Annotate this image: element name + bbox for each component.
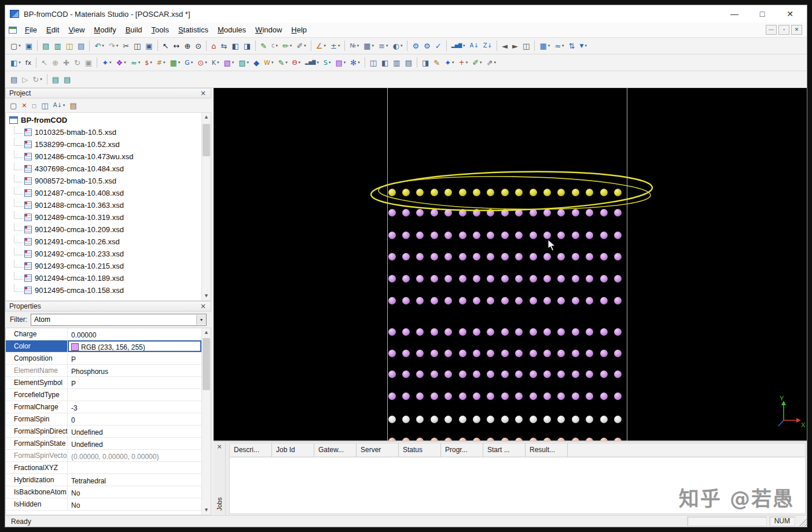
atom-purple[interactable] xyxy=(530,209,537,217)
add-button[interactable]: +▾ xyxy=(457,56,471,69)
mdi-close-button[interactable]: ✕ xyxy=(791,25,802,35)
atom-purple[interactable] xyxy=(543,209,551,217)
atom-purple[interactable] xyxy=(402,209,410,217)
atom-salmon[interactable] xyxy=(543,438,551,441)
atom-yellow[interactable] xyxy=(459,189,466,196)
atom-purple[interactable] xyxy=(515,209,523,217)
property-row[interactable]: FormalSpinStateUndefined xyxy=(6,438,201,450)
atom-yellow[interactable] xyxy=(431,189,438,196)
atom-purple[interactable] xyxy=(586,209,593,217)
atom-purple[interactable] xyxy=(431,232,438,239)
validate-button[interactable]: ✓ xyxy=(433,39,444,53)
project-window-button[interactable]: ◧▾ xyxy=(8,56,23,69)
draw-button[interactable]: ✐▾ xyxy=(470,56,484,69)
atom-purple[interactable] xyxy=(431,209,438,217)
project-delete-button[interactable]: ✕ xyxy=(19,98,29,112)
property-value[interactable]: Tetrahedral xyxy=(68,474,201,486)
atom-yellow[interactable] xyxy=(402,189,410,196)
atom-white[interactable] xyxy=(416,416,424,423)
atom-salmon[interactable] xyxy=(557,438,565,441)
atom-purple[interactable] xyxy=(515,297,523,304)
atom-purple[interactable] xyxy=(572,275,579,282)
atom-salmon[interactable] xyxy=(402,438,410,441)
jobs-column-header[interactable]: Status xyxy=(399,443,441,457)
atom-purple[interactable] xyxy=(543,297,551,304)
jobs-column-header[interactable]: Gatew... xyxy=(314,443,357,457)
atom-purple[interactable] xyxy=(572,350,579,357)
module-wave-button[interactable]: ≈▾ xyxy=(128,56,142,69)
atom-salmon[interactable] xyxy=(614,438,622,441)
atom-purple[interactable] xyxy=(530,232,537,239)
atom-purple[interactable] xyxy=(572,253,579,261)
atom-purple[interactable] xyxy=(600,209,608,217)
atom-purple[interactable] xyxy=(487,392,494,400)
atom-purple[interactable] xyxy=(473,350,480,357)
menu-tools[interactable]: Tools xyxy=(147,24,174,36)
atom-white[interactable] xyxy=(459,416,466,423)
atom-purple[interactable] xyxy=(572,209,579,217)
atom-purple[interactable] xyxy=(614,275,622,282)
atom-purple[interactable] xyxy=(388,392,396,400)
atom-purple[interactable] xyxy=(444,232,452,239)
atom-purple[interactable] xyxy=(416,275,424,282)
atom-purple[interactable] xyxy=(600,328,608,336)
atom-purple[interactable] xyxy=(431,275,438,282)
export-button[interactable]: ◫ xyxy=(64,39,75,53)
property-value[interactable]: 0 xyxy=(68,413,201,425)
close-button[interactable]: ✕ xyxy=(784,9,796,19)
project-new-button[interactable]: ▢ xyxy=(8,98,19,112)
jobs-column-header[interactable]: Start ... xyxy=(483,443,526,457)
atom-purple[interactable] xyxy=(586,232,593,239)
project-sort-button[interactable]: A↓▾ xyxy=(51,98,68,112)
properties-close-icon[interactable]: × xyxy=(199,302,207,310)
cascade-windows-button[interactable]: ◧ xyxy=(379,56,391,69)
menu-modules[interactable]: Modules xyxy=(213,24,251,36)
select-tool-button[interactable]: ↖ xyxy=(39,56,50,69)
atom-purple[interactable] xyxy=(501,209,509,217)
atom-purple[interactable] xyxy=(416,328,424,336)
property-value[interactable]: -3 xyxy=(68,401,201,413)
tree-item[interactable]: 9012486-cmca-10.473wu.xsd xyxy=(6,151,201,163)
label-button[interactable]: №▾ xyxy=(347,39,361,53)
scroll-down-icon[interactable]: ▼ xyxy=(202,292,211,300)
module-cell-button[interactable]: ❖▾ xyxy=(114,56,128,69)
atom-yellow[interactable] xyxy=(543,189,551,196)
atom-purple[interactable] xyxy=(444,328,452,336)
atom-yellow[interactable] xyxy=(530,189,537,196)
step-back-button[interactable]: ◄ xyxy=(499,39,510,53)
atom-purple[interactable] xyxy=(444,297,452,304)
atom-white[interactable] xyxy=(402,416,410,423)
atom-yellow[interactable] xyxy=(586,189,593,196)
atom-purple[interactable] xyxy=(402,328,410,336)
atom-purple[interactable] xyxy=(515,350,523,357)
atom-purple[interactable] xyxy=(614,350,622,357)
atom-purple[interactable] xyxy=(416,350,424,357)
atom-purple[interactable] xyxy=(487,328,494,336)
atom-purple[interactable] xyxy=(416,392,424,400)
calculation-setup-button[interactable]: ⚙ xyxy=(410,39,421,53)
atom-purple[interactable] xyxy=(487,350,494,357)
tree-item[interactable]: 9012494-cmca-10.189.xsd xyxy=(6,272,201,284)
property-row[interactable]: Charge0.00000 xyxy=(6,328,201,340)
chevron-down-icon[interactable]: ▾ xyxy=(196,315,206,325)
menu-statistics[interactable]: Statistics xyxy=(174,24,213,36)
annotate-button[interactable]: ✎ xyxy=(431,56,442,69)
new-button[interactable]: ▢▾ xyxy=(8,39,23,53)
zoom-tool-button[interactable]: ⊕ xyxy=(50,56,61,69)
cut-button[interactable]: ✂ xyxy=(120,39,131,53)
atom-purple[interactable] xyxy=(600,370,608,378)
atom-purple[interactable] xyxy=(543,253,551,261)
atom-purple[interactable] xyxy=(530,275,537,282)
scroll-thumb[interactable] xyxy=(203,338,210,390)
atom-purple[interactable] xyxy=(487,297,494,304)
atom-purple[interactable] xyxy=(600,253,608,261)
atom-salmon[interactable] xyxy=(459,438,466,441)
select-button[interactable]: ↖ xyxy=(160,39,171,53)
atom-purple[interactable] xyxy=(416,209,424,217)
zoom-button[interactable]: ⊕ xyxy=(182,39,193,53)
property-row[interactable]: CompositionP xyxy=(6,353,201,365)
scroll-up-icon[interactable]: ▲ xyxy=(202,328,211,337)
tree-item[interactable]: 9012488-cmca-10.363.xsd xyxy=(6,199,201,211)
atom-purple[interactable] xyxy=(416,253,424,261)
atom-purple[interactable] xyxy=(530,370,537,378)
